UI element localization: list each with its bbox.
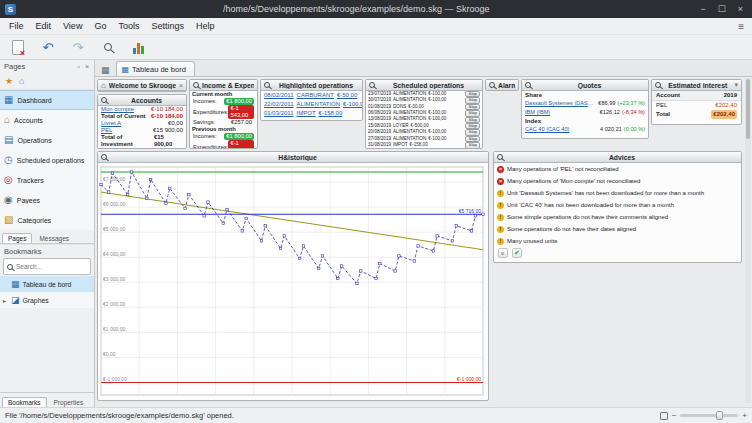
sidebar-page-item[interactable]: ◷ Scheduled operations (0, 150, 94, 170)
widget-quotes: Quotes Share Dassault Systemes (DASTY) (521, 79, 649, 139)
apply-advice-icon[interactable]: ✔ (512, 248, 522, 258)
zoom-controls: − + (660, 412, 747, 420)
dashboard-scrollbar[interactable] (745, 78, 751, 404)
advice-row[interactable]: ! Unit 'Dassault Systemes' has not been … (494, 187, 741, 199)
redo-icon[interactable]: ↷ (69, 38, 87, 56)
advice-row[interactable]: × Many operations of 'Mon compte' not re… (494, 175, 741, 187)
show-more-advices-icon[interactable]: » (498, 248, 508, 258)
main-area: ▦ ▦ Tableau de bord ⌂ Welcome to Skrooge… (95, 60, 752, 407)
minimize-button[interactable]: − (700, 0, 705, 18)
highlighted-operation-link[interactable]: 08/02/2011 CARBURANT €-50,00 (261, 91, 362, 100)
highlighted-operation-link[interactable]: 22/02/2011 ALIMENTATION €-100,00 (261, 100, 362, 109)
zoom-out-icon[interactable]: − (672, 412, 677, 420)
advice-row[interactable]: ! Some simple operations do not have the… (494, 211, 741, 223)
historique-chart[interactable]: €7 000,00€6 000,00€5 000,00€4 000,00€3 0… (98, 163, 488, 401)
sidebar-page-item[interactable]: ◉ Payees (0, 190, 94, 210)
quote-unit-link[interactable]: Dassault Systemes (DASTY) (525, 99, 595, 108)
account-balance: €-10 184,00 (151, 106, 183, 113)
titlebar[interactable]: S /home/s/Developpements/skrooge/example… (0, 0, 752, 18)
row-label: Incomes: (193, 98, 217, 105)
tab-tableau-de-bord[interactable]: ▦ Tableau de bord (116, 61, 195, 76)
pages-panel-tabs: Pages Messages (0, 230, 94, 244)
zoom-widget-icon[interactable] (264, 82, 270, 88)
menu-item[interactable]: Edit (30, 18, 58, 34)
zoom-widget-icon[interactable] (525, 82, 531, 88)
operation-amount: €-100,00 (343, 100, 362, 109)
maximize-button[interactable]: ☐ (718, 0, 726, 18)
advice-row[interactable]: ! Unit 'CAC 40' has not been downloaded … (494, 199, 741, 211)
menu-item[interactable]: Tools (112, 18, 145, 34)
account-link[interactable]: Livret A (101, 120, 121, 127)
zoom-widget-icon[interactable] (193, 82, 199, 88)
skip-button[interactable]: Skip (465, 110, 480, 116)
menu-item[interactable]: Help (190, 18, 221, 34)
scrollbar-thumb[interactable] (746, 79, 750, 139)
overview-icon[interactable]: ▦ (98, 65, 113, 76)
sidebar-page-item[interactable]: ◎ Trackers (0, 170, 94, 190)
hamburger-menu-icon[interactable]: ≡ (730, 21, 752, 32)
scheduled-amount: €-100,00 (428, 137, 446, 142)
skip-button[interactable]: Skip (465, 97, 480, 103)
fit-zoom-icon[interactable] (660, 412, 668, 420)
sidebar-page-item[interactable]: ▦ Dashboard (0, 90, 94, 110)
skip-button[interactable]: Skip (465, 142, 480, 148)
widget-alarms: Alarms (485, 79, 519, 91)
menu-item[interactable]: Settings (145, 18, 190, 34)
float-panel-icon[interactable]: ▫ (76, 63, 80, 70)
find-icon[interactable] (99, 38, 117, 56)
sidebar-page-item[interactable]: ▧ Categories (0, 210, 94, 230)
menu-item[interactable]: Go (88, 18, 112, 34)
undo-icon[interactable]: ↶ (39, 38, 57, 56)
zoom-widget-icon[interactable] (489, 82, 495, 88)
close-panel-icon[interactable]: × (84, 63, 90, 70)
panel-tab[interactable]: Bookmarks (2, 397, 47, 407)
bookmark-page-icon[interactable]: ★ (5, 77, 13, 86)
row-value: €-1 633,00 (228, 140, 254, 149)
account-link[interactable]: Total (101, 148, 115, 149)
highlighted-operation-link[interactable]: 01/03/2011 IMPOT €-158,00 (261, 109, 362, 118)
home-icon[interactable]: ⌂ (19, 77, 24, 86)
zoom-in-icon[interactable]: + (742, 412, 747, 420)
advice-row[interactable]: × Many operations of 'PEL' not reconcili… (494, 163, 741, 175)
skip-button[interactable]: Skip (465, 129, 480, 135)
expander-icon[interactable]: ▸ (3, 297, 8, 304)
advice-row[interactable]: ! Some operations do not have their date… (494, 223, 741, 235)
panel-tab[interactable]: Properties (48, 397, 90, 407)
report-chart-icon[interactable] (129, 38, 147, 56)
zoom-slider-handle[interactable] (716, 411, 723, 420)
zoom-widget-icon[interactable] (655, 82, 661, 88)
sidebar-page-item[interactable]: ⌂ Accounts (0, 110, 94, 130)
income-expenditure-row: Expenditures: €-1 543,00 (190, 105, 257, 119)
quote-unit-link[interactable]: CAC 40 (CAC 40) (525, 125, 597, 134)
account-balance: €15 900,00 (154, 134, 183, 148)
menu-item[interactable]: File (3, 18, 30, 34)
zoom-widget-icon[interactable] (101, 97, 107, 103)
advice-row[interactable]: ! Many unused units (494, 235, 741, 247)
row-label: Previous month (192, 126, 236, 133)
account-link[interactable]: Mon compte (101, 106, 134, 113)
row-label: Incomes: (193, 133, 217, 140)
widget-menu-icon[interactable]: ▾ (734, 81, 738, 89)
file-close-icon[interactable] (9, 38, 27, 56)
scheduled-amount: €-30,00 (408, 105, 424, 110)
zoom-widget-icon[interactable] (101, 154, 107, 160)
sidebar-page-item[interactable]: ▤ Operations (0, 130, 94, 150)
menu-item[interactable]: View (57, 18, 88, 34)
zoom-widget-icon[interactable] (369, 82, 375, 88)
bookmark-item[interactable]: ▦ Tableau de bord (0, 276, 94, 292)
page-item-icon: ▧ (4, 215, 13, 225)
close-button[interactable]: × (738, 0, 743, 18)
account-link[interactable]: PEL (101, 127, 112, 134)
page-item-icon: ▦ (4, 95, 13, 105)
zoom-widget-icon[interactable] (497, 154, 503, 160)
account-link[interactable]: Total of Current (101, 113, 146, 120)
account-link[interactable]: Total of Investment (101, 134, 154, 148)
zoom-slider[interactable] (680, 414, 738, 417)
close-widget-icon[interactable]: × (179, 82, 183, 89)
panel-tab[interactable]: Messages (33, 233, 75, 243)
account-balance: €0,00 (168, 120, 183, 127)
panel-tab[interactable]: Pages (2, 233, 32, 243)
bookmarks-search-input[interactable] (16, 263, 76, 270)
bookmark-item[interactable]: ▸ ◪ Graphes (0, 292, 94, 308)
quote-unit-link[interactable]: IBM (IBM) (525, 108, 597, 117)
